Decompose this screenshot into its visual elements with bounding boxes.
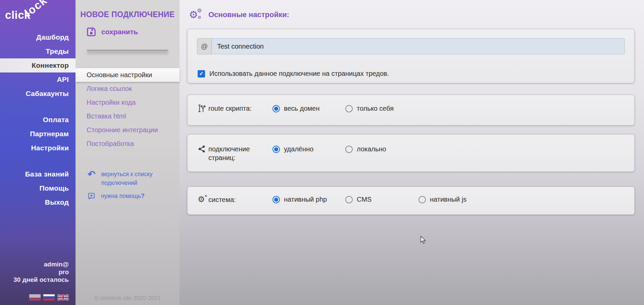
sidebar-item-dashboard[interactable]: Дашборд (0, 30, 76, 44)
route-label: route скрипта: (208, 104, 260, 113)
menu-item-html-insert[interactable]: Вставка html (76, 109, 180, 123)
use-on-threads-label: Использовать данное подключение на стран… (209, 70, 389, 78)
radio-local[interactable] (345, 146, 353, 153)
uk-flag[interactable] (57, 294, 69, 301)
language-switcher (29, 294, 69, 301)
radio-cms[interactable] (345, 196, 353, 203)
gear-icon: ⚙ (197, 8, 202, 13)
radio-option[interactable]: локально (345, 145, 386, 153)
connection-name-group: @ (197, 38, 625, 54)
undo-arrow-icon: ↶ (88, 170, 95, 188)
sidebar-item-threads[interactable]: Треды (0, 44, 76, 58)
menu-item-code-settings[interactable]: Настройки кода (76, 96, 180, 109)
main-content: ⚙ ⚙ ⚙ Основные настройки: @ ✓ Использова… (180, 0, 644, 305)
radio-native-php[interactable] (273, 196, 280, 203)
route-icon (198, 104, 207, 114)
back-to-list-link[interactable]: ↶ вернуться к списку подключений (88, 170, 166, 188)
russia-flag[interactable] (43, 294, 55, 301)
pages-connection-label: подключение страниц: (208, 145, 260, 162)
nav-gap (0, 101, 76, 113)
mouse-cursor (420, 236, 428, 245)
gear-icon: ⚙ (198, 15, 201, 19)
need-help-link[interactable]: нужна помощь? (88, 192, 145, 200)
sidebar-item-logout[interactable]: Выход (0, 195, 76, 209)
page-title: Основные настройки: (208, 10, 289, 19)
radio-whole-domain[interactable] (273, 105, 280, 112)
radio-option[interactable]: удалённо (273, 145, 313, 153)
settings-gears-icon: ⚙ ⚙ ⚙ (189, 8, 203, 21)
sidebar-item-api[interactable]: API (0, 72, 76, 87)
menu-item-third-party[interactable]: Сторонние интеграции (76, 123, 180, 137)
save-label: сохранить (101, 28, 138, 36)
sidebar-item-partners[interactable]: Партнерам (0, 127, 76, 141)
panel-divider (87, 50, 168, 51)
sidebar-item-knowledge-base[interactable]: База знаний (0, 167, 76, 181)
radio-option[interactable]: нативный js (418, 196, 466, 203)
gear-icon: ⚙ (189, 10, 198, 20)
account-info: admin@ pro 30 дней осталось (13, 260, 69, 284)
radio-native-js[interactable] (418, 196, 426, 203)
radio-option[interactable]: CMS (345, 196, 371, 203)
connection-name-input[interactable] (212, 38, 625, 54)
add-comment-icon (88, 192, 95, 200)
radio-option[interactable]: нативный php (273, 196, 327, 203)
main-header: ⚙ ⚙ ⚙ Основные настройки: (189, 8, 289, 21)
sidebar-item-connector[interactable]: Коннектор (0, 58, 76, 72)
check-icon: ✓ (199, 71, 203, 77)
sidebar-item-help[interactable]: Помощь (0, 181, 76, 195)
pages-connection-card: подключение страниц: удалённо локально (187, 134, 635, 172)
share-icon (198, 145, 206, 154)
account-email: admin@ (13, 260, 69, 268)
copyright: © clicklock.site 2020-2021 (76, 295, 180, 302)
system-card: ⚙ ✦ система: нативный php CMS нативный j… (187, 187, 635, 215)
connection-name-card: @ ✓ Использовать данное подключение на с… (187, 29, 635, 83)
poland-flag[interactable] (29, 294, 41, 301)
sidebar-nav: Дашборд Треды Коннектор API Сабакаунты О… (0, 30, 76, 209)
clicklock-logo: clicklock (5, 9, 55, 21)
system-label: система: (208, 195, 260, 204)
gear-plus-icon: ⚙ ✦ (198, 195, 208, 204)
panel-menu: Основные настройки Логика ссылок Настрой… (76, 68, 180, 151)
save-icon (86, 27, 96, 37)
menu-item-main-settings[interactable]: Основные настройки (76, 68, 180, 82)
radio-option[interactable]: весь домен (273, 105, 319, 112)
sidebar-item-payment[interactable]: Оплата (0, 113, 76, 127)
connection-panel: НОВОЕ ПОДКЛЮЧЕНИЕ сохранить Основные нас… (76, 0, 180, 305)
use-on-threads-row: ✓ Использовать данное подключение на стр… (198, 70, 389, 78)
at-prefix-icon: @ (197, 38, 212, 54)
account-days-left: 30 дней осталось (13, 276, 69, 284)
menu-item-link-logic[interactable]: Логика ссылок (76, 82, 180, 96)
panel-title: НОВОЕ ПОДКЛЮЧЕНИЕ (76, 10, 180, 19)
sidebar-item-subaccounts[interactable]: Сабакаунты (0, 87, 76, 101)
main-sidebar: clicklock Дашборд Треды Коннектор API Са… (0, 0, 76, 305)
route-card: route скрипта: весь домен только себя (187, 95, 635, 125)
radio-option[interactable]: только себя (345, 105, 394, 112)
menu-item-postprocessing[interactable]: Постобработка (76, 137, 180, 151)
sidebar-item-settings[interactable]: Настройки (0, 141, 76, 155)
radio-remote[interactable] (273, 146, 280, 153)
save-button[interactable]: сохранить (86, 27, 138, 37)
account-plan: pro (13, 268, 69, 276)
radio-only-self[interactable] (345, 105, 353, 112)
use-on-threads-checkbox[interactable]: ✓ (198, 70, 205, 78)
app-window: ⚙ ⚙ ⚙ Основные настройки: @ ✓ Использова… (0, 0, 644, 305)
nav-gap (0, 155, 76, 167)
